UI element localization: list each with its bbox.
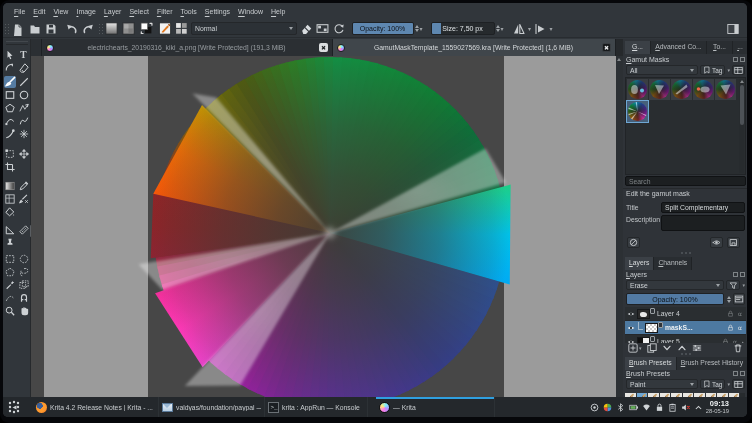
brush-filter-combo[interactable]: Paint [626,379,698,389]
menu-filter[interactable]: Filter [153,6,177,17]
menu-window[interactable]: Window [234,6,267,17]
undo-button[interactable] [64,22,79,36]
redo-button[interactable] [81,22,96,36]
tool-magnetic-select[interactable] [18,292,30,304]
new-document-button[interactable] [11,22,26,36]
tool-ellipse-select[interactable] [18,253,30,265]
tool-text[interactable]: T [18,49,30,61]
pattern-chooser-button[interactable] [121,22,136,36]
tool-zoom[interactable] [4,305,16,317]
preserve-alpha-button[interactable] [315,22,330,36]
taskbar-task-2[interactable]: valdyas/foundation/paypal — KM... [159,397,265,417]
layer-opacity-spinner[interactable] [727,296,731,303]
document-tab-2[interactable]: GamutMaskTemplate_1559027569.kra [Write … [333,39,616,56]
tag-caret-icon[interactable]: ▾ [727,67,730,73]
app-launcher-button[interactable] [3,397,25,417]
mask-title-input[interactable]: Split Complementary [661,202,745,213]
save-mask-button[interactable] [727,237,740,248]
tool-line[interactable] [18,76,30,88]
battery-icon[interactable] [629,403,638,412]
tool-fill[interactable] [4,206,16,218]
menu-help[interactable]: Help [267,6,289,17]
mask-filter-combo[interactable]: All [626,65,698,75]
menu-select[interactable]: Select [125,6,152,17]
brush-tag-caret-icon[interactable]: ▾ [727,381,730,387]
tool-pan[interactable] [18,305,30,317]
add-layer-caret-icon[interactable]: ▾ [639,345,642,351]
docker-splitter[interactable] [623,251,747,255]
size-spinner[interactable] [496,25,500,32]
tool-ellipse[interactable] [18,89,30,101]
docker-tab-g[interactable]: G... [625,41,651,54]
display-mode-button[interactable] [732,65,745,75]
close-tab-icon[interactable]: ✖ [319,43,328,52]
scroll-up-arrow-icon[interactable] [617,58,621,61]
wrap-around-button[interactable] [533,22,548,36]
layer-row-3[interactable]: Layer 5α▴ [625,335,746,343]
size-slider[interactable]: Size: 7,50 px [431,22,495,35]
tool-contiguous-select[interactable] [18,279,30,291]
blend-mode-combo[interactable]: Normal [191,22,297,35]
close-docker-icon[interactable] [740,272,745,277]
opacity-spinner[interactable] [415,25,419,32]
menu-view[interactable]: View [49,6,72,17]
tool-transform[interactable] [4,148,16,160]
menu-layer[interactable]: Layer [100,6,126,17]
bluetooth-icon[interactable] [616,403,625,412]
document-tab-1[interactable]: electrichearts_20190316_kiki_a.png [Writ… [42,39,333,56]
layer-opacity-slider[interactable]: Opacity: 100% [626,293,724,305]
tool-measure[interactable] [18,224,30,236]
save-button[interactable] [44,22,59,36]
tool-multibrush[interactable] [18,128,30,140]
lock-icon[interactable] [727,310,734,317]
tool-bezier-select[interactable] [4,292,16,304]
layer-properties-button[interactable] [733,293,745,305]
search-tray-icon[interactable] [590,403,599,412]
menu-tools[interactable]: Tools [176,6,200,17]
toolbox-grip[interactable] [6,41,28,45]
chevron-up-icon[interactable] [694,403,703,412]
brush-presets-button[interactable] [174,22,189,36]
menu-image[interactable]: Image [72,6,99,17]
taskbar-task-4[interactable]: — Krita [376,397,495,417]
docker-tab-more[interactable]: ... [733,41,747,54]
menu-edit[interactable]: Edit [29,6,49,17]
fg-bg-colors-button[interactable] [139,22,154,36]
gamut-mask-thumb-6[interactable] [627,101,648,122]
brush-tag-button[interactable]: Tag [700,379,725,389]
gamut-mask-thumb-2[interactable] [649,79,670,100]
float-docker-icon[interactable] [733,57,738,62]
preview-mask-button[interactable] [710,237,723,248]
tool-crop[interactable] [4,161,16,173]
layer-row-2[interactable]: maskS...α [625,321,746,335]
tool-calligraphy[interactable] [18,62,30,74]
tool-edit-shapes[interactable] [4,62,16,74]
float-docker-icon[interactable] [733,371,738,376]
scroll-up-arrow-icon[interactable] [740,80,744,83]
tool-pattern-edit[interactable] [4,193,16,205]
opacity-options-caret-icon[interactable]: ▾ [420,25,423,32]
clipboard-icon[interactable] [668,403,677,412]
tool-colorize-mask[interactable] [18,193,30,205]
menu-file[interactable]: File [10,6,29,17]
mirror-caret-icon[interactable]: ▾ [528,25,531,32]
gamut-mask-thumb-5[interactable] [715,79,736,100]
tool-freehand-select[interactable] [18,266,30,278]
tool-polygon[interactable] [4,102,16,114]
tool-dynamic-brush[interactable] [4,128,16,140]
tool-gradient[interactable] [4,180,16,192]
tool-color-sampler[interactable] [18,180,30,192]
lock-icon[interactable] [727,324,734,331]
search-input[interactable]: Search [625,176,746,186]
docker-tab-advancedco[interactable]: Advanced Co... [651,41,707,54]
close-tab-icon[interactable]: ✖ [602,43,611,52]
alpha-icon[interactable]: α [736,324,744,332]
tool-select-shapes[interactable] [4,49,16,61]
lock-icon[interactable] [655,403,664,412]
mirror-horizontal-button[interactable] [511,22,526,36]
close-docker-icon[interactable] [740,57,745,62]
tool-assistants[interactable] [4,224,16,236]
layer-row-1[interactable]: Layer 4α [625,307,746,321]
gradient-chooser-button[interactable] [104,22,119,36]
tool-move[interactable] [18,148,30,160]
